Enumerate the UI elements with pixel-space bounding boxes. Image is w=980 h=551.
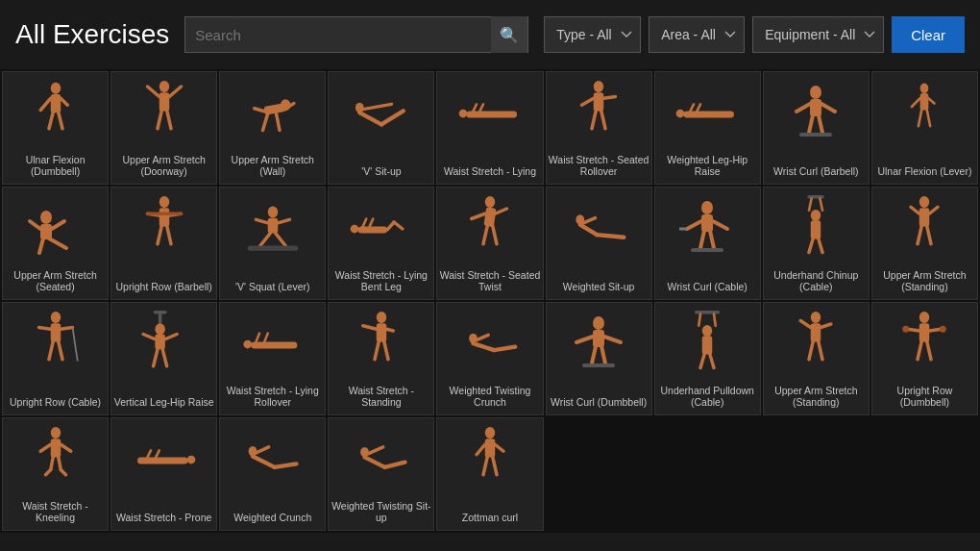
svg-line-89 [700, 231, 704, 248]
exercise-card[interactable]: Weighted Leg-Hip Raise [654, 71, 761, 185]
exercise-card[interactable]: Wrist Curl (Dumbbell) [546, 302, 652, 415]
svg-rect-56 [159, 208, 169, 226]
svg-line-46 [929, 98, 935, 103]
clear-button[interactable]: Clear [892, 16, 965, 53]
svg-line-88 [713, 221, 727, 229]
exercise-figure [439, 191, 540, 266]
svg-line-73 [363, 219, 367, 227]
exercise-name: Waist Stretch - Lying Rollover [222, 384, 323, 409]
exercise-card[interactable]: Wrist Curl (Barbell) [763, 71, 870, 185]
exercise-card[interactable]: Ulnar Flexion (Dumbbell) [2, 71, 109, 185]
svg-line-111 [58, 341, 61, 360]
exercise-name: Upper Arm Stretch (Standing) [766, 384, 867, 409]
svg-point-32 [676, 110, 685, 118]
svg-line-84 [583, 218, 595, 223]
exercise-card[interactable]: Weighted Crunch [219, 417, 326, 531]
exercise-card[interactable]: Weighted Twisting Sit-up [328, 417, 434, 531]
type-filter[interactable]: Type - All [544, 16, 641, 53]
exercise-card[interactable]: Upper Arm Stretch (Wall) [219, 71, 326, 185]
exercise-name: Wrist Curl (Barbell) [773, 153, 858, 178]
svg-rect-97 [811, 220, 821, 238]
exercise-card[interactable]: Waist Stretch - Prone [110, 417, 217, 531]
svg-point-106 [50, 312, 61, 323]
exercise-card[interactable]: Upper Arm Stretch (Doorway) [110, 71, 217, 185]
exercise-figure [5, 191, 106, 266]
svg-line-178 [256, 447, 268, 453]
exercise-figure [549, 191, 649, 266]
exercise-card[interactable]: Waist Stretch - Seated Twist [436, 187, 543, 300]
exercise-card[interactable]: Underhand Chinup (Cable) [763, 187, 870, 300]
svg-point-0 [50, 83, 61, 94]
svg-rect-44 [920, 93, 929, 111]
exercise-card[interactable]: Upper Arm Stretch (Standing) [763, 302, 870, 415]
svg-line-129 [375, 341, 379, 360]
svg-rect-136 [593, 330, 604, 347]
svg-point-183 [485, 427, 496, 438]
svg-line-48 [927, 110, 931, 127]
exercise-name: Vertical Leg-Hip Raise [114, 384, 214, 409]
exercise-card[interactable]: Upright Row (Barbell) [110, 187, 217, 300]
svg-line-187 [483, 457, 487, 475]
svg-line-24 [473, 104, 477, 111]
svg-line-45 [912, 98, 920, 107]
svg-rect-114 [153, 311, 166, 314]
svg-line-186 [495, 444, 503, 451]
exercise-card[interactable]: Waist Stretch - Seated Rollover [546, 71, 652, 185]
exercise-figure [113, 191, 214, 266]
exercise-name: Underhand Pulldown (Cable) [657, 384, 758, 409]
exercise-card[interactable]: Upright Row (Dumbbell) [871, 302, 978, 415]
exercise-card[interactable]: Waist Stretch - Standing [328, 302, 434, 415]
svg-line-151 [801, 321, 812, 328]
exercise-card[interactable]: Vertical Leg-Hip Raise [110, 302, 217, 415]
exercise-card[interactable]: Waist Stretch - Kneeling [2, 417, 109, 531]
exercise-card[interactable]: Weighted Twisting Crunch [436, 302, 543, 415]
exercise-card[interactable]: Waist Stretch - Lying Rollover [219, 302, 326, 415]
equipment-filter[interactable]: Equipment - All [752, 16, 884, 53]
svg-line-188 [493, 457, 497, 475]
exercise-figure [5, 422, 106, 497]
exercise-card[interactable]: 'V' Sit-up [328, 71, 434, 185]
svg-point-159 [903, 326, 910, 333]
exercise-figure [222, 191, 323, 266]
svg-line-20 [381, 111, 404, 124]
exercise-card[interactable]: Waist Stretch - Lying Bent Leg [328, 187, 434, 300]
header: All Exercises 🔍 Type - All Area - All Eq… [0, 0, 980, 69]
area-filter[interactable]: Area - All [649, 16, 745, 53]
svg-rect-150 [811, 323, 821, 341]
svg-rect-86 [701, 214, 713, 232]
exercise-card[interactable]: Underhand Pulldown (Cable) [654, 302, 761, 415]
svg-rect-142 [695, 311, 720, 314]
exercise-figure [439, 307, 540, 382]
search-button[interactable]: 🔍 [491, 16, 527, 53]
exercise-card[interactable]: Ulnar Flexion (Lever) [871, 71, 978, 185]
exercise-card[interactable]: Waist Stretch - Lying [436, 71, 543, 185]
svg-point-135 [593, 316, 604, 330]
svg-line-25 [479, 104, 483, 111]
exercise-figure [766, 191, 867, 266]
exercise-card[interactable]: Upright Row (Cable) [2, 302, 109, 415]
svg-line-137 [576, 337, 593, 342]
svg-line-158 [930, 329, 942, 331]
search-input[interactable] [185, 27, 491, 43]
exercise-figure [439, 422, 540, 497]
svg-point-43 [920, 84, 929, 94]
exercise-name: Weighted Twisting Crunch [439, 384, 540, 409]
page-title: All Exercises [15, 19, 169, 50]
exercise-name: Ulnar Flexion (Dumbbell) [5, 153, 106, 178]
exercise-card[interactable]: Wrist Curl (Cable) [654, 187, 761, 300]
exercise-card[interactable]: 'V' Squat (Lever) [219, 187, 326, 300]
exercise-figure [439, 76, 540, 151]
exercise-card[interactable]: Upper Arm Stretch (Standing) [871, 187, 978, 300]
exercise-figure [5, 307, 106, 382]
exercise-figure [222, 422, 323, 497]
svg-line-60 [166, 226, 170, 244]
svg-point-145 [702, 325, 713, 337]
exercise-card[interactable]: Weighted Sit-up [546, 187, 652, 300]
svg-line-174 [156, 450, 159, 457]
svg-rect-172 [137, 457, 188, 463]
exercise-name: Upright Row (Cable) [10, 384, 101, 409]
svg-point-163 [50, 427, 61, 438]
exercise-card[interactable]: Upper Arm Stretch (Seated) [2, 187, 109, 300]
exercise-card[interactable]: Zottman curl [436, 417, 543, 531]
svg-rect-68 [248, 246, 299, 251]
